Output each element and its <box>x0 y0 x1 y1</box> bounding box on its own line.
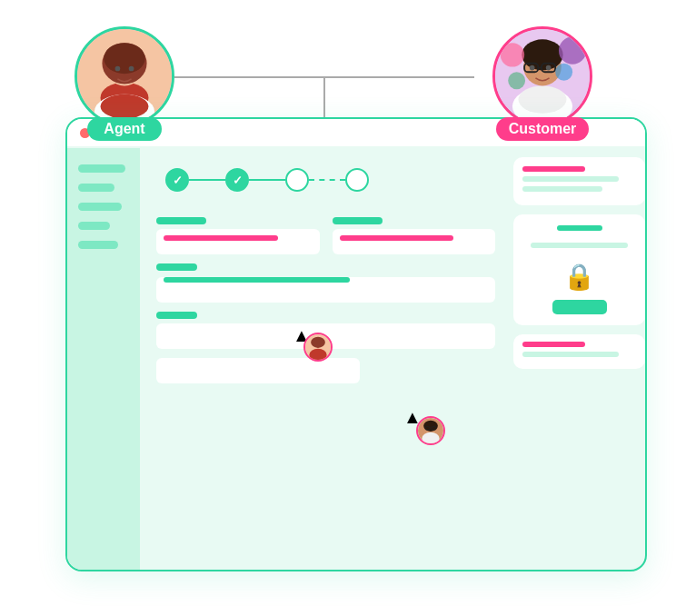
panel-card-3-line-1 <box>522 342 585 347</box>
svg-point-6 <box>129 66 134 72</box>
panel-card-3-line-2 <box>522 352 619 357</box>
step-4 <box>345 168 369 192</box>
sidebar-item-1[interactable] <box>78 164 125 173</box>
field-label-3 <box>156 263 197 271</box>
svg-point-21 <box>555 64 572 81</box>
svg-point-32 <box>422 432 439 445</box>
panel-card-3 <box>513 334 645 369</box>
agent-face-svg <box>77 26 172 126</box>
svg-point-5 <box>115 66 121 72</box>
step-3 <box>285 168 309 192</box>
svg-point-8 <box>101 94 149 118</box>
lock-card: 🔒 <box>513 214 645 325</box>
sidebar <box>67 148 140 570</box>
customer-inline-avatar <box>416 416 445 445</box>
customer-label: Customer <box>496 117 590 141</box>
svg-point-4 <box>104 43 144 74</box>
step-2 <box>225 168 249 192</box>
step-1 <box>165 168 189 192</box>
sidebar-item-3[interactable] <box>78 203 122 211</box>
customer-face-svg <box>495 26 590 126</box>
field-highlight-3 <box>164 277 350 283</box>
field-label-2 <box>333 217 383 224</box>
field-input-wide-1[interactable] <box>156 277 495 303</box>
step-line-3 <box>309 179 345 181</box>
agent-label: Agent <box>87 117 161 141</box>
field-label-1 <box>156 217 206 224</box>
form-row-1 <box>156 217 495 254</box>
bottom-field[interactable] <box>156 358 360 383</box>
agent-avatar <box>75 26 174 126</box>
svg-point-20 <box>559 37 586 65</box>
svg-point-17 <box>530 65 535 71</box>
panel-card-1-line-2 <box>522 176 619 182</box>
form-row-2 <box>156 263 495 303</box>
field-label-4 <box>156 312 197 319</box>
field-input-2[interactable] <box>333 229 496 254</box>
svg-point-18 <box>546 65 552 71</box>
scene: Agent <box>29 26 647 590</box>
customer-container: Customer <box>492 26 592 141</box>
main-form-area: ▲ ▲ <box>140 148 513 570</box>
customer-avatar <box>492 26 592 126</box>
browser-content: ▲ ▲ <box>67 148 645 570</box>
svg-point-25 <box>311 337 325 348</box>
sidebar-item-5[interactable] <box>78 241 118 249</box>
svg-point-19 <box>501 43 524 66</box>
field-highlight-1 <box>164 235 278 241</box>
panel-card-1 <box>513 157 645 205</box>
form-group-1 <box>156 217 320 254</box>
field-highlight-2 <box>340 235 454 241</box>
svg-point-11 <box>519 85 567 113</box>
svg-point-22 <box>508 72 525 89</box>
agent-inline-avatar <box>303 333 333 362</box>
right-panel: 🔒 <box>513 148 645 570</box>
step-line-1 <box>189 179 225 182</box>
panel-card-1-line-1 <box>522 166 585 172</box>
panel-card-1-line-3 <box>522 186 602 192</box>
sidebar-item-4[interactable] <box>78 222 110 230</box>
lock-card-line-2 <box>531 243 627 248</box>
browser-window: ▲ ▲ <box>65 117 647 571</box>
form-group-2 <box>333 217 496 254</box>
agent-container: Agent <box>75 26 174 141</box>
progress-steps <box>165 168 495 192</box>
lock-card-line-1 <box>557 225 602 231</box>
sidebar-item-2[interactable] <box>78 184 114 192</box>
lock-button[interactable] <box>552 300 607 314</box>
field-input-1[interactable] <box>156 229 320 254</box>
svg-point-26 <box>309 349 326 362</box>
connector-line <box>174 76 474 78</box>
lock-icon: 🔒 <box>563 260 596 293</box>
step-line-2 <box>249 179 285 182</box>
